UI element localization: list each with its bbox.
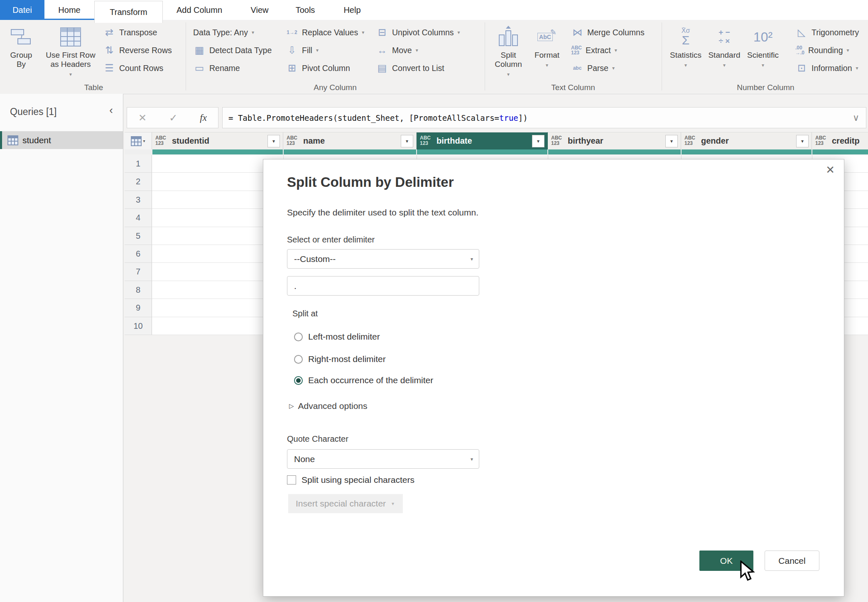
fill-icon: ⇩ xyxy=(286,44,298,56)
statistics-button[interactable]: X̄σ Σ Statistics▾ xyxy=(667,23,705,86)
row-number[interactable]: 4 xyxy=(125,209,152,227)
close-icon[interactable]: ✕ xyxy=(826,164,835,176)
tab-add-column[interactable]: Add Column xyxy=(168,0,230,20)
cancel-formula-icon[interactable]: ✕ xyxy=(138,112,147,124)
queries-panel: Queries [1] ‹ student xyxy=(0,94,123,602)
commit-formula-icon[interactable]: ✓ xyxy=(169,112,177,124)
special-characters-checkbox-row[interactable]: Split using special characters xyxy=(287,475,414,485)
column-header-birthdate-selected[interactable]: ABC123 birthdate ▾ xyxy=(417,132,548,149)
row-number[interactable]: 8 xyxy=(125,281,152,299)
row-number[interactable]: 5 xyxy=(125,227,152,245)
column-header-creditp[interactable]: ABC123 creditp xyxy=(812,132,868,149)
radio-left-most[interactable]: Left-most delimiter xyxy=(294,331,380,342)
checkbox-icon[interactable] xyxy=(287,475,296,485)
row-number[interactable]: 1 xyxy=(125,155,152,173)
formula-input[interactable]: = Table.PromoteHeaders(student_Sheet, [P… xyxy=(222,107,866,128)
format-button[interactable]: AbC✎ Format▾ xyxy=(530,23,564,86)
cancel-button[interactable]: Cancel xyxy=(765,551,819,571)
convert-to-list-button[interactable]: ▤ Convert to List xyxy=(376,61,444,75)
transpose-button[interactable]: ⇄ Transpose xyxy=(103,26,157,39)
information-icon: ⊡ xyxy=(795,62,808,74)
split-column-icon xyxy=(490,23,526,51)
radio-icon xyxy=(294,355,303,364)
group-by-button[interactable]: GroupBy xyxy=(4,23,38,86)
information-button[interactable]: ⊡ Information ▾ xyxy=(795,61,858,75)
row-number[interactable]: 10 xyxy=(125,317,152,335)
use-first-row-button[interactable]: Use First Rowas Headers ▾ xyxy=(40,23,101,86)
quote-select-value: None xyxy=(294,454,315,464)
trigonometry-button[interactable]: ◺ Trigonometry xyxy=(795,26,859,39)
scientific-button[interactable]: 10² Scientific▾ xyxy=(744,23,782,86)
collapse-panel-icon[interactable]: ‹ xyxy=(109,105,113,115)
row-number[interactable]: 7 xyxy=(125,263,152,281)
replace-values-button[interactable]: 1→2 Replace Values ▾ xyxy=(286,26,364,39)
radio-right-most[interactable]: Right-most delimiter xyxy=(294,354,386,365)
reverse-rows-button[interactable]: ⇅ Reverse Rows xyxy=(103,44,172,57)
dropdown-caret-icon: ▾ xyxy=(744,61,782,70)
tab-help[interactable]: Help xyxy=(336,0,369,20)
tab-tools[interactable]: Tools xyxy=(288,0,323,20)
dropdown-caret-icon: ▾ xyxy=(143,139,145,143)
ribbon-group-table: GroupBy Use First Rowas Headers ▾ ⇄ Tran… xyxy=(3,20,184,94)
filter-dropdown-button[interactable]: ▾ xyxy=(267,135,280,147)
split-column-button[interactable]: SplitColumn ▾ xyxy=(490,23,526,86)
data-type-badge: ABC123 xyxy=(287,135,297,146)
tab-view[interactable]: View xyxy=(243,0,276,20)
row-number[interactable]: 3 xyxy=(125,191,152,209)
standard-icon: + − ÷ × xyxy=(706,23,742,51)
standard-button[interactable]: + − ÷ × Standard▾ xyxy=(706,23,742,86)
insert-special-character-button: Insert special character ▾ xyxy=(288,494,403,513)
dropdown-caret-icon: ▾ xyxy=(416,47,418,53)
row-number[interactable]: 9 xyxy=(125,299,152,317)
filter-dropdown-button[interactable]: ▾ xyxy=(796,135,809,147)
detect-data-type-button[interactable]: ▦ Detect Data Type xyxy=(193,44,272,57)
fill-button[interactable]: ⇩ Fill ▾ xyxy=(286,44,319,57)
merge-columns-button[interactable]: ⋈ Merge Columns xyxy=(571,26,645,39)
data-type-button[interactable]: Data Type: Any ▾ xyxy=(193,26,254,39)
move-button[interactable]: ↔ Move ▾ xyxy=(376,44,418,57)
advanced-options-toggle[interactable]: ▷ Advanced options xyxy=(289,401,368,411)
extract-button[interactable]: ABC123 Extract ▾ xyxy=(571,44,617,57)
pivot-column-button[interactable]: ⊞ Pivot Column xyxy=(286,61,350,75)
quote-character-label: Quote Character xyxy=(287,434,348,444)
filter-dropdown-button[interactable]: ▾ xyxy=(665,135,678,147)
tab-datei[interactable]: Datei xyxy=(0,0,44,20)
replace-values-icon: 1→2 xyxy=(286,26,298,39)
dialog-title: Split Column by Delimiter xyxy=(287,174,454,190)
quote-character-select[interactable]: None ▾ xyxy=(287,449,479,469)
parse-button[interactable]: abc Parse ▾ xyxy=(571,61,615,75)
delimiter-select-value: --Custom-- xyxy=(294,254,336,264)
dropdown-caret-icon: ▾ xyxy=(471,456,473,462)
delimiter-select[interactable]: --Custom-- ▾ xyxy=(287,249,479,269)
unpivot-columns-button[interactable]: ⊟ Unpivot Columns ▾ xyxy=(376,26,460,39)
filter-dropdown-button[interactable]: ▾ xyxy=(401,135,413,147)
column-header-studentid[interactable]: ABC123 studentid ▾ xyxy=(152,132,283,149)
unpivot-columns-icon: ⊟ xyxy=(376,26,388,39)
fx-icon[interactable]: fx xyxy=(200,113,207,123)
selected-indicator xyxy=(0,131,2,149)
count-rows-button[interactable]: ☰ Count Rows xyxy=(103,61,163,75)
column-header-birthyear[interactable]: ABC123 birthyear ▾ xyxy=(548,132,681,149)
dropdown-caret-icon: ▾ xyxy=(316,47,319,53)
column-header-gender[interactable]: ABC123 gender ▾ xyxy=(681,132,812,149)
row-number[interactable]: 6 xyxy=(125,245,152,263)
radio-each-occurrence[interactable]: Each occurrence of the delimiter xyxy=(294,375,433,386)
formula-toolbar: ✕ ✓ fx xyxy=(127,107,218,128)
query-item-student[interactable]: student xyxy=(0,131,123,149)
tab-transform[interactable]: Transform xyxy=(94,1,163,23)
expand-formula-icon[interactable]: ∨ xyxy=(853,113,859,123)
rename-button[interactable]: ▭ Rename xyxy=(193,61,240,75)
filter-dropdown-button[interactable]: ▾ xyxy=(532,135,544,147)
format-icon: AbC✎ xyxy=(530,23,564,51)
query-table-icon xyxy=(7,135,18,145)
column-header-name[interactable]: ABC123 name ▾ xyxy=(283,132,417,149)
grid-corner-button[interactable]: ▾ xyxy=(125,132,152,149)
dropdown-caret-icon: ▾ xyxy=(471,256,473,262)
group-by-icon xyxy=(4,23,38,51)
delimiter-input[interactable]: . xyxy=(287,276,479,296)
rounding-button[interactable]: .00→.0 Rounding ▾ xyxy=(795,44,849,57)
row-number[interactable]: 2 xyxy=(125,173,152,191)
data-type-badge: ABC123 xyxy=(684,135,695,146)
tab-home[interactable]: Home xyxy=(44,0,94,20)
ribbon-group-number-column: X̄σ Σ Statistics▾ + − ÷ × Standard▾ 10² … xyxy=(663,20,868,94)
